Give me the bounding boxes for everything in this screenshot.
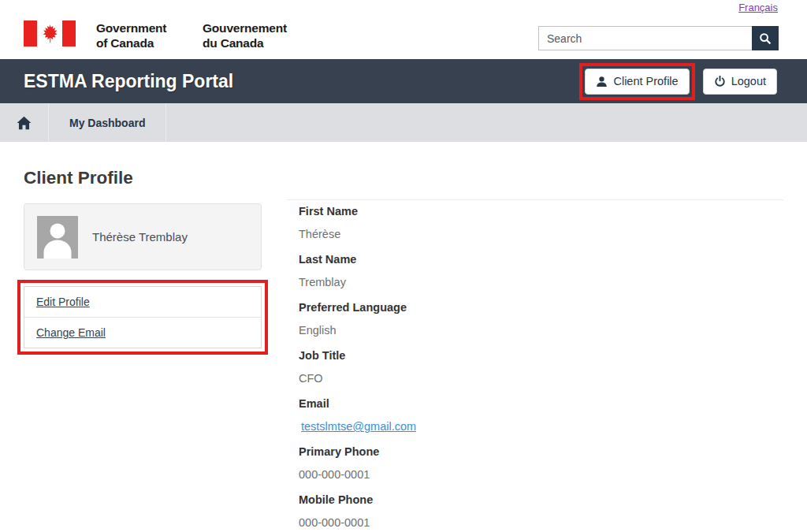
edit-profile-link[interactable]: Edit Profile	[36, 296, 90, 308]
logout-button[interactable]: Logout	[703, 69, 777, 95]
breadcrumb-item-my-dashboard[interactable]: My Dashboard	[49, 103, 166, 142]
maple-leaf-icon	[40, 24, 59, 44]
client-profile-button[interactable]: Client Profile	[585, 69, 689, 95]
field-label: Job Title	[299, 349, 783, 363]
field-label: First Name	[299, 205, 783, 218]
breadcrumb: My Dashboard	[0, 103, 807, 142]
language-toggle-link[interactable]: Français	[738, 2, 778, 13]
canada-flag-icon	[24, 20, 76, 47]
person-icon	[596, 76, 608, 87]
email-link[interactable]: testslmtse@gmail.com	[299, 420, 416, 433]
field-email: Email testslmtse@gmail.com	[299, 397, 783, 433]
list-item: Edit Profile	[24, 287, 261, 317]
client-profile-button-label: Client Profile	[613, 75, 678, 87]
search-input[interactable]	[538, 26, 752, 50]
profile-action-list: Edit Profile Change Email	[24, 286, 262, 348]
logo-text-french: Gouvernement du Canada	[203, 20, 287, 50]
field-primary-phone: Primary Phone 000-000-0001	[299, 445, 783, 482]
avatar-silhouette-icon	[37, 216, 78, 259]
logo-text-fr-line2: du Canada	[203, 35, 287, 50]
flag-white-band	[37, 20, 62, 47]
change-email-link[interactable]: Change Email	[36, 326, 106, 339]
main-content: Client Profile Thérèse Tremblay Edit Pro…	[0, 142, 807, 532]
app-bar-buttons: Client Profile Logout	[579, 63, 777, 100]
search-button[interactable]	[752, 26, 779, 50]
field-last-name: Last Name Tremblay	[299, 253, 783, 289]
red-annotation-actions: Edit Profile Change Email	[17, 280, 268, 355]
home-icon	[17, 116, 32, 130]
search-icon	[759, 32, 772, 45]
home-breadcrumb-button[interactable]	[0, 103, 49, 142]
field-mobile-phone: Mobile Phone 000-000-0001	[299, 493, 783, 530]
field-label: Mobile Phone	[299, 493, 783, 507]
field-preferred-language: Preferred Language English	[299, 301, 783, 337]
site-header: Français Government of Canada Gouverneme…	[0, 0, 807, 59]
field-label: Email	[299, 397, 783, 411]
logo-text-fr-line1: Gouvernement	[203, 20, 287, 35]
avatar	[37, 216, 78, 259]
field-label: Primary Phone	[299, 445, 783, 459]
field-label: Preferred Language	[299, 301, 783, 314]
profile-name: Thérèse Tremblay	[92, 230, 188, 244]
power-icon	[714, 76, 726, 87]
logo-text-english: Government of Canada	[96, 20, 166, 50]
field-first-name: First Name Thérèse	[299, 205, 783, 241]
red-annotation-client-profile: Client Profile	[579, 63, 694, 100]
field-value: 000-000-0001	[299, 516, 783, 530]
field-job-title: Job Title CFO	[299, 349, 783, 385]
site-search	[538, 26, 779, 50]
logo-text-en-line1: Government	[96, 20, 166, 35]
list-item: Change Email	[24, 317, 261, 348]
field-label: Last Name	[299, 253, 783, 266]
field-value: English	[299, 324, 783, 337]
profile-card: Thérèse Tremblay	[24, 203, 262, 270]
field-value: 000-000-0001	[299, 468, 783, 482]
field-value: Thérèse	[299, 228, 783, 241]
app-bar: ESTMA Reporting Portal Client Profile Lo…	[0, 59, 807, 103]
app-title: ESTMA Reporting Portal	[24, 71, 233, 92]
flag-red-band	[62, 20, 76, 47]
page-title: Client Profile	[24, 168, 783, 188]
profile-details: First Name Thérèse Last Name Tremblay Pr…	[286, 199, 783, 532]
logo-text-en-line2: of Canada	[96, 35, 166, 50]
field-value: Tremblay	[299, 276, 783, 289]
flag-red-band	[24, 20, 37, 47]
field-value: CFO	[299, 372, 783, 385]
logout-button-label: Logout	[731, 75, 766, 87]
profile-sidebar: Thérèse Tremblay Edit Profile Change Ema…	[24, 199, 262, 355]
